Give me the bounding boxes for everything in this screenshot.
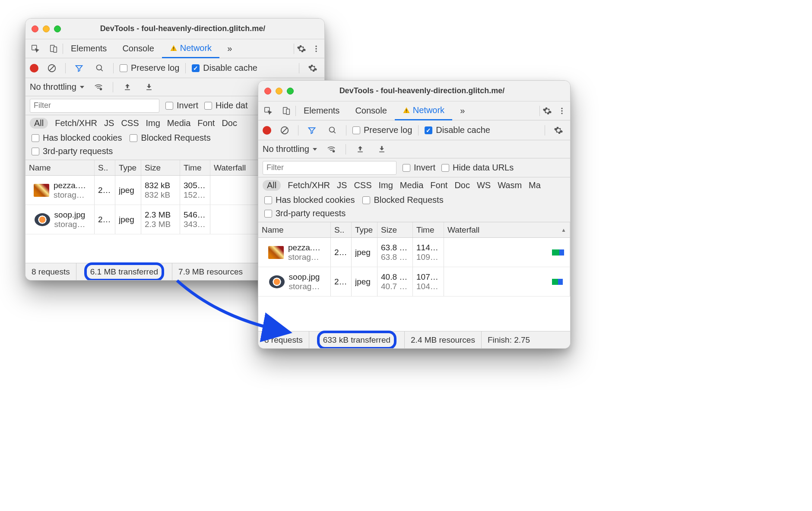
col-waterfall[interactable]: Waterfall (444, 222, 570, 237)
invert-checkbox[interactable]: Invert (403, 163, 435, 173)
throttling-dropdown[interactable]: No throttling (263, 144, 317, 154)
inspect-element-icon[interactable] (26, 44, 44, 54)
svg-point-18 (561, 107, 562, 109)
col-status[interactable]: S.. (95, 160, 115, 175)
settings-gear-icon[interactable] (294, 41, 309, 56)
minimize-button[interactable] (43, 25, 50, 32)
blocked-requests-checkbox[interactable]: Blocked Requests (362, 195, 443, 205)
col-type[interactable]: Type (115, 160, 141, 175)
hide-data-urls-checkbox[interactable]: Hide data URLs (441, 163, 514, 173)
filter-font[interactable]: Font (430, 180, 447, 190)
col-status[interactable]: S.. (331, 222, 352, 237)
filter-fetch-xhr[interactable]: Fetch/XHR (55, 118, 97, 128)
filter-fetch-xhr[interactable]: Fetch/XHR (288, 180, 330, 190)
tab-network[interactable]: Network (395, 102, 452, 120)
separator (299, 63, 299, 73)
tab-console[interactable]: Console (347, 101, 394, 120)
col-time[interactable]: Time (180, 160, 210, 175)
hide-data-label: Hide data URLs (453, 163, 514, 173)
preserve-log-checkbox[interactable]: Preserve log (352, 125, 412, 135)
filter-img[interactable]: Img (146, 118, 160, 128)
network-settings-gear-icon[interactable] (551, 123, 566, 138)
search-icon[interactable] (325, 123, 340, 138)
tab-elements[interactable]: Elements (63, 39, 114, 58)
filter-all[interactable]: All (263, 180, 281, 191)
filter-media[interactable]: Media (167, 118, 190, 128)
tab-network[interactable]: Network (162, 40, 219, 58)
tab-more[interactable]: » (219, 39, 240, 58)
inspect-element-icon[interactable] (259, 106, 277, 116)
filter-ws[interactable]: WS (477, 180, 491, 190)
third-party-checkbox[interactable]: 3rd-party requests (32, 146, 113, 156)
zoom-button[interactable] (54, 25, 61, 32)
filter-doc[interactable]: Doc (454, 180, 470, 190)
filter-wasm[interactable]: Wasm (498, 180, 522, 190)
col-size[interactable]: Size (377, 222, 413, 237)
disable-cache-checkbox[interactable]: Disable cache (192, 63, 257, 73)
table-header: Name S.. Type Size Time Waterfall (258, 222, 570, 238)
invert-label: Invert (414, 163, 435, 173)
col-time[interactable]: Time (413, 222, 444, 237)
hide-data-urls-checkbox[interactable]: Hide dat (204, 101, 248, 110)
tab-console[interactable]: Console (114, 39, 162, 58)
blocked-requests-label: Blocked Requests (374, 195, 443, 205)
preserve-log-checkbox[interactable]: Preserve log (120, 63, 179, 73)
record-button[interactable] (30, 64, 38, 73)
zoom-button[interactable] (287, 88, 294, 95)
search-icon[interactable] (92, 61, 107, 76)
filter-all[interactable]: All (30, 118, 48, 129)
table-row[interactable]: soop.jpg storag… 2… jpeg 40.8 …40.7 … 10… (258, 267, 570, 297)
minimize-button[interactable] (276, 88, 282, 95)
download-icon[interactable] (142, 80, 156, 95)
svg-point-6 (315, 48, 317, 49)
record-button[interactable] (263, 126, 271, 135)
close-button[interactable] (264, 88, 271, 95)
wifi-settings-icon[interactable] (91, 80, 106, 95)
filter-css[interactable]: CSS (121, 118, 139, 128)
hide-data-label: Hide dat (216, 101, 248, 110)
col-name[interactable]: Name (25, 160, 95, 175)
kebab-menu-icon[interactable] (309, 41, 324, 56)
wifi-settings-icon[interactable] (324, 142, 339, 157)
col-type[interactable]: Type (352, 222, 377, 237)
tab-more[interactable]: » (452, 101, 473, 120)
tab-elements[interactable]: Elements (296, 101, 347, 120)
invert-checkbox[interactable]: Invert (165, 101, 198, 110)
blocked-cookies-checkbox[interactable]: Has blocked cookies (32, 133, 122, 143)
filter-js[interactable]: JS (337, 180, 347, 190)
table-row[interactable]: pezza.… storag… 2… jpeg 63.8 …63.8 … 114… (258, 238, 570, 267)
filter-icon[interactable] (304, 123, 319, 138)
filter-media[interactable]: Media (400, 180, 423, 190)
filter-img[interactable]: Img (379, 180, 393, 190)
clear-icon[interactable] (277, 123, 292, 138)
filter-input[interactable] (263, 161, 396, 175)
resource-type-filter: All Fetch/XHR JS CSS Img Media Font Doc … (258, 177, 570, 193)
cell-time: 305…152… (180, 176, 210, 205)
filter-css[interactable]: CSS (354, 180, 371, 190)
settings-gear-icon[interactable] (540, 104, 555, 118)
download-icon[interactable] (374, 142, 389, 157)
col-size[interactable]: Size (141, 160, 180, 175)
filter-doc[interactable]: Doc (222, 118, 237, 128)
cell-size: 40.8 …40.7 … (377, 267, 413, 296)
filter-icon[interactable] (72, 61, 86, 76)
close-button[interactable] (32, 25, 38, 32)
device-toggle-icon[interactable] (277, 106, 295, 116)
third-party-checkbox[interactable]: 3rd-party requests (264, 208, 346, 218)
blocked-cookies-checkbox[interactable]: Has blocked cookies (264, 195, 355, 205)
upload-icon[interactable] (120, 80, 135, 95)
device-toggle-icon[interactable] (44, 44, 63, 54)
transferred-value: 6.1 MB transferred (90, 267, 158, 277)
filter-js[interactable]: JS (104, 118, 114, 128)
clear-icon[interactable] (44, 61, 59, 76)
filter-font[interactable]: Font (197, 118, 215, 128)
network-settings-gear-icon[interactable] (305, 61, 320, 76)
upload-icon[interactable] (353, 142, 368, 157)
throttling-dropdown[interactable]: No throttling (30, 82, 84, 92)
disable-cache-checkbox[interactable]: Disable cache (425, 125, 490, 135)
blocked-requests-checkbox[interactable]: Blocked Requests (130, 133, 210, 143)
filter-input[interactable] (30, 99, 159, 113)
col-name[interactable]: Name (258, 222, 331, 237)
kebab-menu-icon[interactable] (555, 104, 569, 118)
filter-manifest[interactable]: Ma (529, 180, 541, 190)
